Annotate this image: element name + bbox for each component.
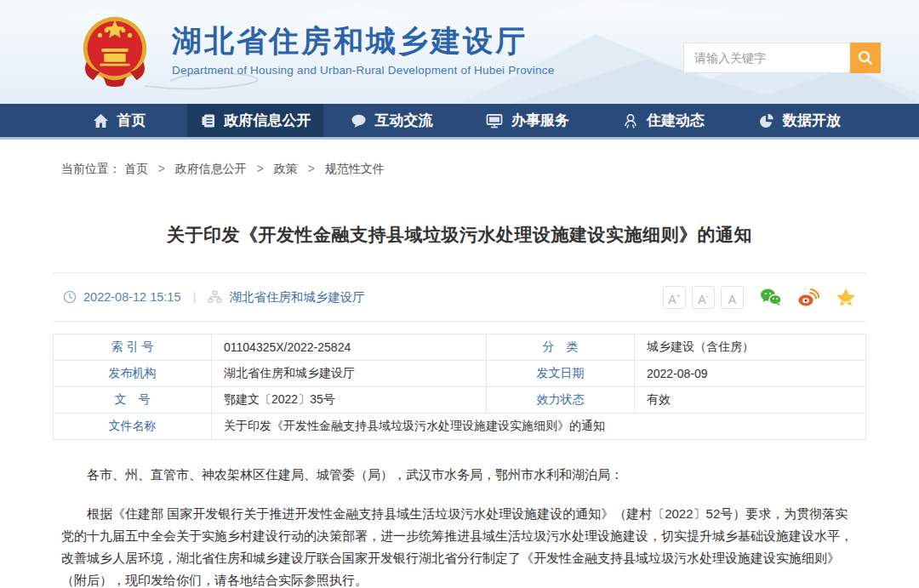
qzone-star-icon [836, 288, 856, 307]
table-row: 文件名称 关于印发《开发性金融支持县域垃圾污水处理设施建设实施细则》的通知 [54, 414, 866, 440]
site-title: 湖北省住房和城乡建设厅 [172, 24, 554, 58]
article-meta-section: 2022-08-12 15:15 | 湖北省住房和城乡建设厅 A+ A- A [53, 272, 866, 322]
search-icon [857, 49, 874, 66]
brand-text: 湖北省住房和城乡建设厅 Department of Housing and Ur… [172, 24, 554, 77]
info-label-issuing-agency: 发布机构 [54, 361, 212, 387]
breadcrumb-item-gov-info[interactable]: 政府信息公开 [175, 162, 247, 175]
nav-item-news[interactable]: 住建动态 [596, 104, 732, 137]
weibo-icon [798, 288, 819, 306]
breadcrumb-item-policy[interactable]: 政策 [274, 162, 298, 175]
site-brand-link[interactable]: 湖北省住房和城乡建设厅 Department of Housing and Ur… [75, 10, 554, 90]
font-btn-label: A [698, 294, 705, 305]
info-value-doc-name: 关于印发《开发性金融支持县域垃圾污水处理设施建设实施细则》的通知 [212, 414, 866, 440]
document-info-table: 索 引 号 01104325X/2022-25824 分 类 城乡建设（含住房）… [53, 334, 866, 440]
font-btn-sup: - [706, 293, 709, 300]
wechat-icon [760, 288, 782, 306]
info-value-doc-number: 鄂建文〔2022〕35号 [212, 387, 487, 414]
font-reset-button[interactable]: A [721, 286, 744, 309]
body-paragraph-addressee: 各市、州、直管市、神农架林区住建局、城管委（局），武汉市水务局，鄂州市水利和湖泊… [61, 464, 858, 486]
nav-item-services[interactable]: 办事服务 [460, 104, 596, 137]
info-label-issue-date: 发文日期 [487, 361, 635, 387]
home-icon [93, 113, 109, 128]
breadcrumb-item-normative-docs[interactable]: 规范性文件 [325, 162, 385, 175]
font-btn-sup: + [676, 293, 681, 300]
breadcrumb-separator: > [257, 162, 264, 175]
site-header: 湖北省住房和城乡建设厅 Department of Housing and Ur… [0, 0, 919, 104]
source-link[interactable]: 湖北省住房和城乡建设厅 [229, 289, 365, 305]
share-wechat-button[interactable] [760, 288, 782, 306]
font-decrease-button[interactable]: A- [692, 286, 715, 309]
chat-icon [351, 113, 367, 128]
site-subtitle: Department of Housing and Urban-Rural De… [172, 64, 554, 77]
nav-label: 互动交流 [375, 111, 433, 130]
table-row: 索 引 号 01104325X/2022-25824 分 类 城乡建设（含住房） [54, 334, 866, 361]
article-body: 各市、州、直管市、神农架林区住建局、城管委（局），武汉市水务局，鄂州市水利和湖泊… [61, 464, 858, 588]
search-input[interactable] [683, 43, 850, 73]
nav-item-gov-info[interactable]: 政府信息公开 [187, 104, 323, 137]
nav-label: 办事服务 [511, 111, 569, 130]
article-meta-right: A+ A- A [657, 286, 856, 309]
national-emblem-logo [75, 10, 155, 90]
info-value-index-number: 01104325X/2022-25824 [212, 334, 487, 361]
sitemap-icon [208, 290, 222, 304]
breadcrumb-separator: > [158, 162, 165, 175]
document-icon [200, 113, 216, 128]
breadcrumb-separator: > [308, 162, 315, 175]
info-value-issuing-agency: 湖北省住房和城乡建设厅 [212, 361, 487, 387]
breadcrumb-label: 当前位置： [61, 162, 121, 175]
monitor-icon [486, 113, 503, 128]
breadcrumb-item-home[interactable]: 首页 [124, 162, 148, 175]
table-row: 文 号 鄂建文〔2022〕35号 效力状态 有效 [54, 387, 866, 414]
nav-item-home[interactable]: 首页 [51, 104, 187, 137]
breadcrumb: 当前位置： 首页 > 政府信息公开 > 政策 > 规范性文件 [53, 140, 866, 186]
font-btn-label: A [728, 294, 736, 305]
article-meta-left: 2022-08-12 15:15 | 湖北省住房和城乡建设厅 [63, 289, 365, 305]
share-weibo-button[interactable] [798, 288, 819, 306]
info-label-validity-status: 效力状态 [487, 387, 635, 414]
nav-label: 政府信息公开 [225, 111, 311, 130]
share-qzone-button[interactable] [836, 288, 856, 307]
main-nav: 首页 政府信息公开 互动交流 办事服务 [0, 104, 919, 140]
nav-label: 数据开放 [783, 111, 841, 130]
meta-divider: | [193, 290, 197, 304]
body-paragraph-main: 根据《住建部 国家开发银行关于推进开发性金融支持县域生活垃圾污水处理设施建设的通… [61, 503, 858, 588]
info-value-validity-status: 有效 [635, 387, 866, 414]
table-row: 发布机构 湖北省住房和城乡建设厅 发文日期 2022-08-09 [54, 361, 866, 387]
nav-item-data[interactable]: 数据开放 [732, 104, 868, 137]
info-value-category: 城乡建设（含住房） [635, 334, 866, 361]
nav-label: 住建动态 [647, 111, 705, 130]
info-label-doc-number: 文 号 [54, 387, 212, 414]
search-button[interactable] [850, 43, 881, 73]
article-title: 关于印发《开发性金融支持县域垃圾污水处理设施建设实施细则》的通知 [61, 223, 858, 247]
info-value-issue-date: 2022-08-09 [635, 361, 866, 387]
info-label-category: 分 类 [487, 334, 635, 361]
publish-date: 2022-08-12 15:15 [83, 290, 181, 304]
site-search [683, 43, 881, 73]
font-increase-button[interactable]: A+ [663, 286, 686, 309]
font-btn-label: A [668, 294, 676, 305]
person-icon [623, 113, 638, 128]
nav-item-interaction[interactable]: 互动交流 [323, 104, 460, 137]
info-label-index-number: 索 引 号 [54, 334, 212, 361]
nav-label: 首页 [117, 111, 146, 130]
pie-chart-icon [759, 113, 774, 128]
clock-icon [63, 290, 77, 304]
info-label-doc-name: 文件名称 [54, 414, 212, 440]
